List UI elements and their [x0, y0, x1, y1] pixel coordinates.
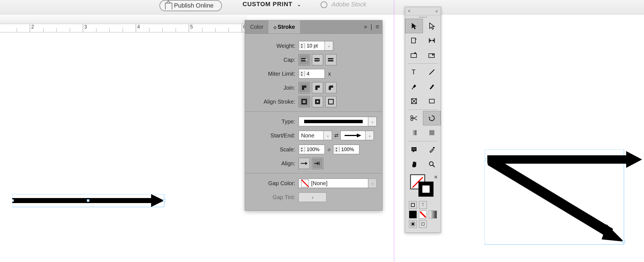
weight-dropdown[interactable]: ⌄ — [325, 41, 333, 51]
scale-end-stepper[interactable]: ▲▼ — [333, 145, 359, 154]
gapcolor-dropdown-arrow[interactable]: ⌄ — [368, 178, 377, 188]
svg-rect-67 — [422, 223, 424, 225]
panel-grip-icon[interactable] — [405, 15, 441, 19]
miter-stepper[interactable]: ▲▼ — [299, 69, 325, 78]
close-panel-button[interactable]: × — [408, 9, 410, 14]
workspace-preset-dropdown[interactable]: CUSTOM PRINT ⌄ — [243, 1, 301, 8]
scale-row: Scale: ▲▼ ⌀ ▲▼ — [251, 142, 377, 156]
weight-row: Weight: ▲▼ ⌄ — [251, 39, 377, 53]
collapse-panel-button[interactable]: « — [435, 9, 438, 14]
stroke-type-dropdown[interactable] — [299, 117, 368, 126]
panel-body: Weight: ▲▼ ⌄ Cap: Miter Limit: ▲▼ x — [245, 34, 382, 210]
content-placer-tool[interactable] — [423, 48, 441, 62]
scale-start-input[interactable] — [305, 145, 325, 154]
ruler-mark: 5 — [189, 24, 193, 32]
miter-row: Miter Limit: ▲▼ x — [251, 67, 377, 81]
selection-tool[interactable] — [405, 19, 423, 33]
apply-gradient-button[interactable] — [429, 211, 437, 218]
svg-rect-11 — [485, 158, 486, 161]
format-text-button[interactable]: T — [419, 201, 427, 209]
apply-none-button[interactable] — [419, 211, 427, 218]
svg-rect-49 — [429, 99, 434, 103]
swap-start-end-button[interactable]: ⇄ — [332, 132, 340, 139]
align-center-button[interactable] — [299, 96, 310, 107]
direct-selection-tool[interactable] — [423, 19, 441, 33]
line-tool[interactable] — [423, 65, 441, 79]
align-arrow-extend-button[interactable] — [312, 158, 323, 169]
view-mode-row — [405, 220, 441, 228]
gap-color-dropdown[interactable]: [None] — [299, 178, 368, 188]
grad-feather-icon — [428, 129, 435, 136]
note-tool[interactable] — [405, 142, 423, 157]
scale-end-input[interactable] — [340, 145, 359, 154]
stepper-arrows-icon[interactable]: ▲▼ — [333, 147, 340, 152]
canvas-arrow-pair-object[interactable] — [485, 149, 644, 250]
direct-selection-icon — [429, 22, 435, 30]
gap-tool[interactable] — [423, 33, 441, 48]
pencil-tool[interactable] — [423, 79, 441, 94]
weight-input[interactable] — [305, 41, 325, 50]
align-inside-button[interactable] — [312, 96, 323, 107]
page-tool[interactable] — [405, 33, 423, 48]
fill-stroke-swatch[interactable]: ⤭ — [408, 174, 437, 199]
stroke-swatch[interactable] — [418, 182, 434, 197]
zoom-tool[interactable] — [423, 157, 441, 172]
arrow-pair-icon — [485, 149, 644, 250]
join-round-button[interactable] — [312, 82, 323, 93]
cap-projecting-button[interactable] — [325, 54, 336, 65]
end-dropdown-arrow[interactable]: ⌄ — [365, 131, 374, 140]
tools-panel-header: × « — [405, 7, 441, 15]
preview-view-button[interactable] — [419, 220, 427, 228]
svg-rect-3 — [87, 199, 89, 202]
link-scale-button[interactable]: ⌀ — [325, 146, 333, 153]
gradient-feather-tool[interactable] — [423, 125, 441, 140]
horizontal-ruler[interactable]: 2 3 4 5 6 — [0, 24, 247, 32]
cap-butt-button[interactable] — [299, 54, 310, 65]
pen-tool[interactable] — [405, 79, 423, 94]
align-arrow-tip-button[interactable] — [299, 158, 310, 169]
canvas-arrow-object[interactable] — [12, 194, 168, 211]
rectangle-frame-tool[interactable] — [405, 94, 423, 108]
free-transform-tool[interactable] — [423, 111, 441, 125]
stepper-arrows-icon[interactable]: ▲▼ — [299, 71, 305, 77]
stroke-tab[interactable]: ◇Stroke — [268, 20, 300, 34]
ruler-mark: 2 — [30, 24, 34, 32]
weight-stepper[interactable]: ▲▼ — [299, 41, 325, 51]
end-arrow-dropdown[interactable] — [340, 131, 365, 140]
scale-start-stepper[interactable]: ▲▼ — [299, 145, 325, 154]
normal-view-button[interactable] — [409, 220, 417, 228]
stepper-arrows-icon[interactable]: ▲▼ — [299, 147, 305, 152]
stepper-arrows-icon[interactable]: ▲▼ — [299, 43, 305, 49]
eyedropper-tool[interactable] — [423, 142, 441, 157]
apply-color-button[interactable] — [409, 211, 417, 218]
hand-tool[interactable] — [405, 157, 423, 172]
gradient-swatch-tool[interactable] — [405, 125, 423, 140]
content-collector-tool[interactable] — [405, 48, 423, 62]
join-bevel-button[interactable] — [325, 82, 336, 93]
svg-rect-64 — [411, 203, 415, 207]
adobe-stock-search[interactable]: Adobe Stock — [321, 1, 366, 8]
scissors-tool[interactable] — [405, 111, 423, 125]
vertical-guide[interactable] — [394, 0, 394, 262]
swap-fill-stroke-icon[interactable]: ⤭ — [434, 174, 437, 180]
miter-input[interactable] — [305, 69, 325, 78]
svg-marker-33 — [415, 38, 417, 39]
publish-online-button[interactable]: Publish Online — [159, 0, 222, 11]
align-stroke-label: Align Stroke: — [251, 99, 299, 105]
solid-line-icon — [304, 120, 363, 123]
type-dropdown-arrow[interactable]: ⌄ — [368, 117, 377, 126]
cap-round-button[interactable] — [312, 54, 323, 65]
color-tab[interactable]: Color — [245, 20, 268, 34]
svg-point-61 — [433, 147, 435, 149]
align-outside-button[interactable] — [325, 96, 336, 107]
start-arrow-dropdown[interactable]: None — [299, 131, 324, 140]
format-container-button[interactable] — [409, 201, 417, 209]
rectangle-tool[interactable] — [423, 94, 441, 108]
join-miter-button[interactable] — [299, 82, 310, 93]
hand-icon — [411, 161, 417, 168]
svg-rect-32 — [411, 38, 415, 43]
start-dropdown-arrow[interactable]: ⌄ — [324, 131, 332, 140]
panel-menu-button[interactable]: » | ≡ — [364, 23, 380, 30]
svg-rect-21 — [316, 100, 319, 103]
type-tool[interactable]: T — [405, 65, 423, 79]
